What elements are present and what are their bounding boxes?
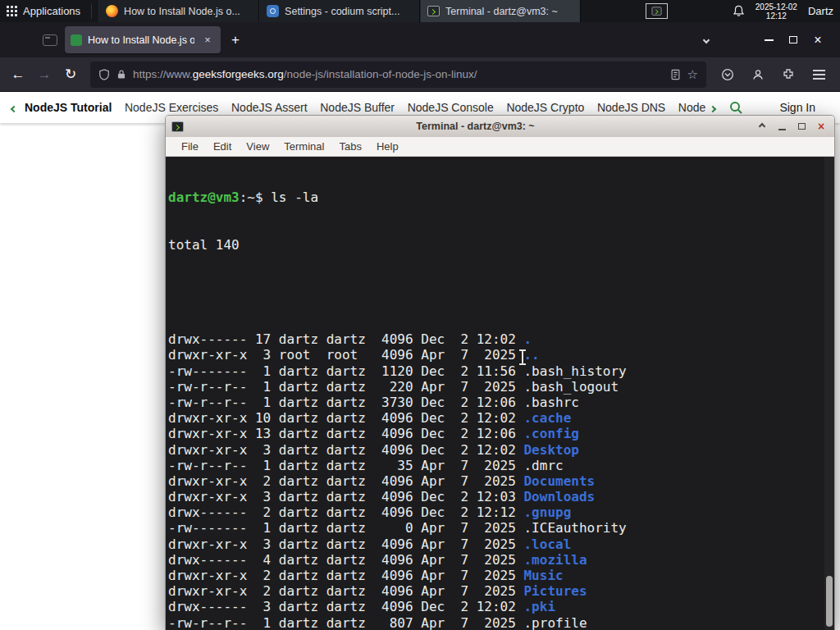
terminal-menu-item[interactable]: Help xyxy=(369,137,406,157)
list-all-tabs-icon[interactable] xyxy=(696,38,717,43)
toolbar-icons xyxy=(714,62,835,88)
file-attributes: -rw------- 1 dartz dartz 1120 Dec 2 11:5… xyxy=(168,363,523,379)
search-icon[interactable] xyxy=(728,100,743,115)
terminal-close-button[interactable]: × xyxy=(814,119,829,134)
terminal-line: -rw-r--r-- 1 dartz dartz 35 Apr 7 2025 .… xyxy=(168,458,834,473)
file-name: .gnupg xyxy=(523,504,571,520)
terminal-title: Terminal - dartz@vm3: ~ xyxy=(215,121,736,132)
back-icon[interactable]: ← xyxy=(5,62,31,88)
clock: 2025-12-02 12:12 xyxy=(756,2,797,21)
site-nav-items: NodeJS TutorialNodeJS ExercisesNodeJS As… xyxy=(25,101,705,114)
browser-maximize-button[interactable] xyxy=(781,29,806,52)
file-name: .bashrc xyxy=(523,395,578,410)
terminal-line: -rw------- 1 dartz dartz 1120 Dec 2 11:5… xyxy=(168,363,834,379)
terminal-line: drwxr-xr-x 10 dartz dartz 4096 Dec 2 12:… xyxy=(168,410,834,426)
settings-codium-icon xyxy=(267,5,279,17)
tracking-shield-icon[interactable] xyxy=(98,69,110,80)
terminal-line: -rw-r--r-- 1 dartz dartz 807 Apr 7 2025 … xyxy=(168,615,834,630)
browser-tab-active[interactable]: How to Install Node.js on... × xyxy=(65,26,221,53)
terminal-shade-button[interactable] xyxy=(755,119,769,134)
menu-hamburger-icon[interactable] xyxy=(806,62,832,88)
url-bar[interactable]: https://www.geeksforgeeks.org/node-js/in… xyxy=(90,62,706,88)
url-text: https://www.geeksforgeeks.org/node-js/in… xyxy=(133,68,664,80)
site-nav-item[interactable]: NodeJS Assert xyxy=(231,101,308,114)
site-nav-item[interactable]: NodeJS Tutorial xyxy=(25,101,112,114)
file-attributes: -rw-r--r-- 1 dartz dartz 3730 Dec 2 12:0… xyxy=(168,395,523,410)
window-controls: × xyxy=(696,29,840,52)
file-attributes: drwxr-xr-x 3 dartz dartz 4096 Apr 7 2025 xyxy=(168,536,523,552)
file-attributes: drwxr-xr-x 2 dartz dartz 4096 Apr 7 2025 xyxy=(168,568,523,583)
terminal-line: drwxr-xr-x 13 dartz dartz 4096 Dec 2 12:… xyxy=(168,426,834,441)
new-tab-button[interactable]: + xyxy=(224,29,247,52)
terminal-window: Terminal - dartz@vm3: ~ × FileEditViewTe… xyxy=(165,115,835,630)
firefox-icon xyxy=(106,5,118,17)
extensions-puzzle-icon[interactable] xyxy=(775,62,801,88)
terminal-line: drwxr-xr-x 2 dartz dartz 4096 Apr 7 2025… xyxy=(168,568,834,583)
terminal-menu-item[interactable]: Tabs xyxy=(331,137,368,157)
account-icon[interactable] xyxy=(745,62,771,88)
terminal-maximize-button[interactable] xyxy=(794,119,809,134)
file-name: .. xyxy=(523,347,539,363)
file-name: .config xyxy=(523,426,578,441)
terminal-line: drwxr-xr-x 3 dartz dartz 4096 Dec 2 12:0… xyxy=(168,442,834,458)
file-name: .bash_history xyxy=(523,363,626,379)
notification-bell-icon[interactable] xyxy=(733,5,745,17)
bookmark-star-icon[interactable]: ☆ xyxy=(687,67,698,82)
nav-scroll-right-icon[interactable] xyxy=(710,100,715,115)
firefox-view-icon[interactable] xyxy=(43,34,57,46)
terminal-window-controls: × xyxy=(755,119,829,134)
site-nav-item[interactable]: Node xyxy=(678,101,705,114)
tray-terminal-icon[interactable] xyxy=(646,3,668,19)
file-attributes: drwxr-xr-x 3 dartz dartz 4096 Dec 2 12:0… xyxy=(168,442,523,458)
file-name: .ICEauthority xyxy=(523,520,626,536)
file-attributes: -rw-r--r-- 1 dartz dartz 220 Apr 7 2025 xyxy=(168,379,523,395)
lock-icon[interactable] xyxy=(116,69,126,80)
clock-date: 2025-12-02 xyxy=(756,2,797,11)
file-name: Downloads xyxy=(523,489,595,504)
terminal-menu-bar: FileEditViewTerminalTabsHelp xyxy=(166,137,834,157)
terminal-menu-item[interactable]: File xyxy=(174,137,206,157)
nav-scroll-left-icon[interactable] xyxy=(11,100,16,115)
applications-menu-button[interactable]: Applications xyxy=(0,0,89,22)
terminal-output[interactable]: dartz@vm3:~$ ls -la total 140 drwx------… xyxy=(166,157,834,630)
site-nav-item[interactable]: NodeJS Crypto xyxy=(506,101,584,114)
file-name: .mozilla xyxy=(523,552,587,568)
terminal-line: -rw------- 1 dartz dartz 0 Apr 7 2025 .I… xyxy=(168,520,834,536)
taskbar-window-settings[interactable]: Settings - codium script... xyxy=(259,0,420,22)
terminal-line: drwx------ 4 dartz dartz 4096 Apr 7 2025… xyxy=(168,552,834,568)
file-attributes: drwxr-xr-x 13 dartz dartz 4096 Dec 2 12:… xyxy=(168,426,523,441)
terminal-title-bar[interactable]: Terminal - dartz@vm3: ~ × xyxy=(166,116,834,137)
browser-close-button[interactable]: × xyxy=(806,29,830,52)
terminal-line: drwxr-xr-x 3 dartz dartz 4096 Apr 7 2025… xyxy=(168,536,834,552)
file-attributes: -rw-r--r-- 1 dartz dartz 807 Apr 7 2025 xyxy=(168,615,523,630)
browser-minimize-button[interactable] xyxy=(756,29,781,52)
taskbar-window-terminal[interactable]: Terminal - dartz@vm3: ~ xyxy=(420,0,581,22)
terminal-menu-item[interactable]: View xyxy=(239,137,276,157)
terminal-scrollbar[interactable] xyxy=(824,157,834,630)
tab-title: How to Install Node.js on... xyxy=(88,34,194,46)
terminal-line: drwxr-xr-x 3 dartz dartz 4096 Dec 2 12:0… xyxy=(168,489,834,504)
terminal-menu-item[interactable]: Terminal xyxy=(276,137,331,157)
terminal-line: drwx------ 2 dartz dartz 4096 Dec 2 12:1… xyxy=(168,504,834,520)
site-nav-item[interactable]: NodeJS DNS xyxy=(597,101,665,114)
file-attributes: drwx------ 17 dartz dartz 4096 Dec 2 12:… xyxy=(168,331,523,347)
terminal-scrollbar-thumb[interactable] xyxy=(826,576,833,627)
listing-lines: drwx------ 17 dartz dartz 4096 Dec 2 12:… xyxy=(168,285,834,630)
site-nav-item[interactable]: NodeJS Console xyxy=(408,101,494,114)
file-name: Desktop xyxy=(523,442,578,458)
prompt-user-host: dartz@vm3 xyxy=(168,189,240,205)
site-nav-item[interactable]: NodeJS Buffer xyxy=(320,101,395,114)
forward-icon[interactable]: → xyxy=(31,62,57,88)
site-nav-item[interactable]: NodeJS Exercises xyxy=(125,101,218,114)
reload-icon[interactable]: ↻ xyxy=(57,62,84,88)
taskbar-window-firefox[interactable]: How to Install Node.js o... xyxy=(98,0,259,22)
sign-in-button[interactable]: Sign In xyxy=(779,101,815,114)
terminal-mini-icon xyxy=(651,7,661,15)
terminal-menu-item[interactable]: Edit xyxy=(206,137,239,157)
reader-mode-icon[interactable] xyxy=(670,69,681,80)
pocket-icon[interactable] xyxy=(714,62,741,88)
terminal-icon xyxy=(427,6,440,16)
panel-separator xyxy=(91,4,96,18)
tab-close-icon[interactable]: × xyxy=(200,34,215,46)
terminal-minimize-button[interactable] xyxy=(774,119,789,134)
